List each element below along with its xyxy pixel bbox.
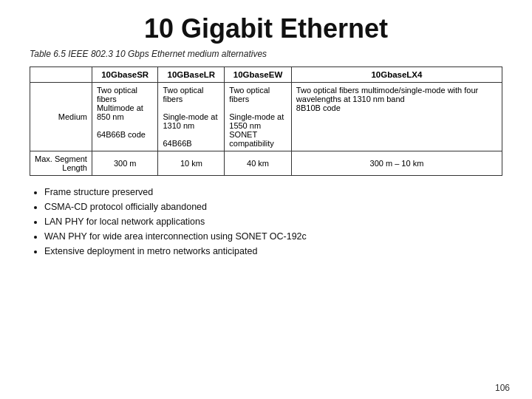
- cell-lr-length: 10 km: [158, 151, 225, 176]
- list-item: LAN PHY for local network applications: [44, 214, 510, 229]
- page-number: 106: [495, 383, 510, 393]
- col-header-lx4: 10GbaseLX4: [291, 67, 502, 83]
- cell-ew-length: 40 km: [225, 151, 292, 176]
- table-row: Max. SegmentLength 300 m 10 km 40 km 300…: [30, 151, 502, 176]
- list-item: Extensive deployment in metro networks a…: [44, 244, 510, 259]
- cell-lr-medium: Two optical fibersSingle-mode at1310 nm6…: [158, 83, 225, 151]
- cell-sr-medium: Two optical fibersMultimode at850 nm64B6…: [92, 83, 158, 151]
- table-row: Medium Two optical fibersMultimode at850…: [30, 83, 502, 151]
- col-header-blank: [30, 67, 92, 83]
- table-subtitle: Table 6.5 IEEE 802.3 10 Gbps Ethernet me…: [30, 49, 510, 59]
- list-item: Frame structure preserved: [44, 185, 510, 200]
- cell-ew-medium: Two optical fibersSingle-mode at1550 nmS…: [225, 83, 292, 151]
- ethernet-table: 10GbaseSR 10GBaseLR 10GbaseEW 10GbaseLX4…: [30, 66, 502, 176]
- row-header-length: Max. SegmentLength: [30, 151, 92, 176]
- page-title: 10 Gigabit Ethernet: [22, 13, 510, 44]
- cell-lx4-medium: Two optical fibers multimode/single-mode…: [291, 83, 502, 151]
- col-header-lr: 10GBaseLR: [158, 67, 225, 83]
- cell-sr-length: 300 m: [92, 151, 158, 176]
- bullet-list: Frame structure preserved CSMA-CD protoc…: [37, 185, 510, 259]
- list-item: CSMA-CD protocol officially abandoned: [44, 200, 510, 214]
- row-header-medium: Medium: [30, 83, 92, 151]
- col-header-sr: 10GbaseSR: [92, 67, 158, 83]
- data-table-container: 10GbaseSR 10GBaseLR 10GbaseEW 10GbaseLX4…: [30, 66, 502, 176]
- list-item: WAN PHY for wide area interconnection us…: [44, 229, 510, 244]
- col-header-ew: 10GbaseEW: [225, 67, 292, 83]
- cell-lx4-length: 300 m – 10 km: [291, 151, 502, 176]
